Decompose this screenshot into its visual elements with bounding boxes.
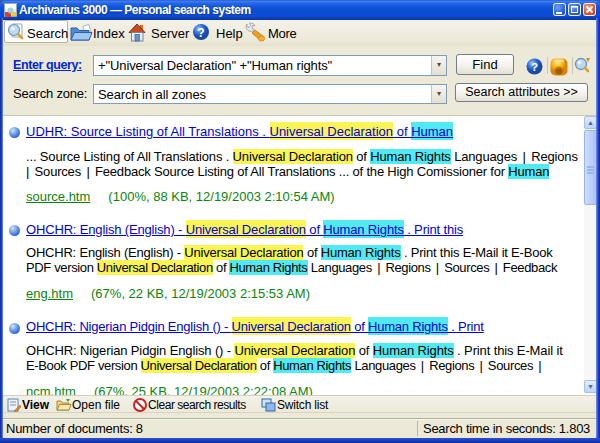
svg-text:?: ? — [197, 26, 204, 40]
svg-text:?: ? — [531, 61, 538, 73]
